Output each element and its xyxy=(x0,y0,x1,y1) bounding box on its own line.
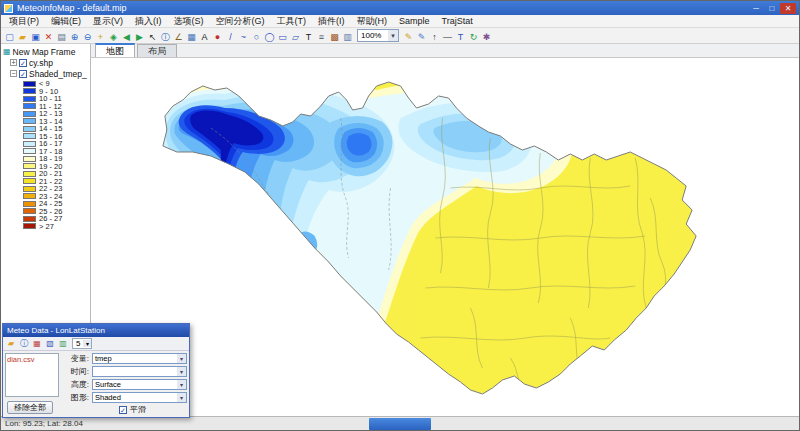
dialog-open-icon[interactable]: ▰ xyxy=(5,338,17,350)
legend-swatch xyxy=(23,186,36,192)
field-combo[interactable]: Surface ▾ xyxy=(92,379,187,390)
maximize-button[interactable]: □ xyxy=(764,3,780,14)
refresh-icon[interactable]: ↻ xyxy=(467,29,480,43)
draw-polygon-icon[interactable]: ▱ xyxy=(289,29,302,43)
settings-icon[interactable]: ✱ xyxy=(480,29,493,43)
full-extent-icon[interactable]: ◈ xyxy=(107,29,120,43)
map-frame-node[interactable]: ▦ New Map Frame xyxy=(3,46,90,57)
field-value: Surface xyxy=(93,380,177,389)
field-combo[interactable]: ▾ xyxy=(92,366,187,377)
app-window: MeteoInfoMap - default.mip ─ □ ✕ 项目(P)编辑… xyxy=(0,0,800,431)
smooth-checkbox[interactable]: ✓ xyxy=(119,406,127,414)
legend-swatch xyxy=(23,81,36,87)
menu-item[interactable]: 空间分析(G) xyxy=(210,15,271,28)
dialog-info-icon[interactable]: ⓘ xyxy=(18,338,30,350)
expand-toggle-icon[interactable]: + xyxy=(10,59,17,66)
legend-swatch xyxy=(23,133,36,139)
zoom-level-combo[interactable]: 100% ▾ xyxy=(357,29,399,42)
zoom-in-icon[interactable]: ⊕ xyxy=(68,29,81,43)
close-layer-icon[interactable]: ✕ xyxy=(42,29,55,43)
zoom-next-icon[interactable]: ▶ xyxy=(133,29,146,43)
menu-item[interactable]: 显示(V) xyxy=(87,15,129,28)
attribute-table-icon[interactable]: ▦ xyxy=(185,29,198,43)
menu-item[interactable]: TrajStat xyxy=(436,15,479,28)
map-canvas[interactable] xyxy=(91,58,799,418)
field-label: 时间: xyxy=(63,366,89,377)
remove-all-button[interactable]: 移除全部 xyxy=(7,401,53,414)
station-file-list[interactable]: dian.csv xyxy=(5,353,59,397)
layer-node-cyshp[interactable]: + ✓ cy.shp xyxy=(3,57,90,68)
layer-visibility-checkbox[interactable]: ✓ xyxy=(19,59,27,67)
layer-node-shaded[interactable]: − ✓ Shaded_tmep_ xyxy=(3,68,90,79)
title-bar[interactable]: MeteoInfoMap - default.mip ─ □ ✕ xyxy=(1,1,799,15)
tab-layout[interactable]: 布局 xyxy=(137,44,177,57)
pan-icon[interactable]: + xyxy=(94,29,107,43)
north-arrow-icon[interactable]: ↑ xyxy=(428,29,441,43)
open-folder-icon[interactable]: ▰ xyxy=(16,29,29,43)
legend-item[interactable]: > 27 xyxy=(3,223,90,231)
level-field: 高度: Surface ▾ xyxy=(63,379,187,391)
legend-swatch xyxy=(23,201,36,207)
close-button[interactable]: ✕ xyxy=(780,3,796,14)
dialog-settings-icon[interactable]: ▦ xyxy=(31,338,43,350)
chevron-down-icon[interactable]: ▾ xyxy=(388,30,398,41)
menu-item[interactable]: 帮助(H) xyxy=(351,15,394,28)
draw-text-icon[interactable]: T xyxy=(302,29,315,43)
layer-visibility-checkbox[interactable]: ✓ xyxy=(19,70,27,78)
smooth-label: 平滑 xyxy=(130,404,146,415)
legend-swatch xyxy=(23,171,36,177)
dialog-draw-icon[interactable]: ▧ xyxy=(44,338,56,350)
menu-item[interactable]: 编辑(E) xyxy=(45,15,87,28)
menu-item[interactable]: 工具(T) xyxy=(271,15,313,28)
menu-item[interactable]: Sample xyxy=(393,15,436,28)
contour-count-spinner[interactable]: 5 ▾ xyxy=(72,338,92,349)
chevron-down-icon[interactable]: ▾ xyxy=(177,354,186,363)
print-icon[interactable]: ▤ xyxy=(55,29,68,43)
draw-point-icon[interactable]: ● xyxy=(211,29,224,43)
menu-item[interactable]: 选项(S) xyxy=(168,15,210,28)
chevron-down-icon[interactable]: ▾ xyxy=(177,380,186,389)
draw-circle-icon[interactable]: ○ xyxy=(250,29,263,43)
legend-swatch xyxy=(23,88,36,94)
draw-ellipse-icon[interactable]: ◯ xyxy=(263,29,276,43)
taskbar-app-button[interactable] xyxy=(369,418,431,430)
dialog-layer-icon[interactable]: ▥ xyxy=(57,338,69,350)
select-icon[interactable]: ↖ xyxy=(146,29,159,43)
layers-icon[interactable]: ≡ xyxy=(315,29,328,43)
map-document: 地图 布局 xyxy=(91,44,799,418)
chevron-down-icon[interactable]: ▾ xyxy=(177,367,186,376)
text-annotation-icon[interactable]: T xyxy=(454,29,467,43)
zoom-previous-icon[interactable]: ◀ xyxy=(120,29,133,43)
tab-map[interactable]: 地图 xyxy=(95,43,135,57)
vertex-edit-icon[interactable]: ✎ xyxy=(415,29,428,43)
menu-item[interactable]: 插入(I) xyxy=(129,15,168,28)
smooth-option: ✓ 平滑 xyxy=(63,404,187,415)
chevron-down-icon[interactable]: ▾ xyxy=(177,393,186,402)
label-icon[interactable]: A xyxy=(198,29,211,43)
zoom-out-icon[interactable]: ⊖ xyxy=(81,29,94,43)
legend-swatch xyxy=(23,118,36,124)
field-combo[interactable]: Shaded ▾ xyxy=(92,392,187,403)
dialog-toolbar: ▰ⓘ▦▧▥ 5 ▾ xyxy=(3,337,189,351)
chevron-down-icon[interactable]: ▾ xyxy=(83,340,91,347)
grid-icon[interactable]: ▥ xyxy=(341,29,354,43)
identify-icon[interactable]: ⓘ xyxy=(159,29,172,43)
station-file-item[interactable]: dian.csv xyxy=(6,354,58,365)
measure-icon[interactable]: ∠ xyxy=(172,29,185,43)
meteo-data-dialog: Meteo Data - LonLatStation ▰ⓘ▦▧▥ 5 ▾ dia… xyxy=(2,323,190,418)
menu-item[interactable]: 插件(I) xyxy=(312,15,351,28)
temperature-map xyxy=(91,58,799,418)
scale-bar-icon[interactable]: — xyxy=(441,29,454,43)
minimize-button[interactable]: ─ xyxy=(748,3,764,14)
new-file-icon[interactable]: ▢ xyxy=(3,29,16,43)
field-combo[interactable]: tmep ▾ xyxy=(92,353,187,364)
menu-item[interactable]: 项目(P) xyxy=(3,15,45,28)
collapse-toggle-icon[interactable]: − xyxy=(10,70,17,77)
draw-curve-icon[interactable]: ~ xyxy=(237,29,250,43)
edit-pencil-icon[interactable]: ✎ xyxy=(402,29,415,43)
dialog-title-bar[interactable]: Meteo Data - LonLatStation xyxy=(3,324,189,337)
draw-line-icon[interactable]: / xyxy=(224,29,237,43)
legend-editor-icon[interactable]: ▩ xyxy=(328,29,341,43)
save-icon[interactable]: ▣ xyxy=(29,29,42,43)
draw-rectangle-icon[interactable]: ▭ xyxy=(276,29,289,43)
